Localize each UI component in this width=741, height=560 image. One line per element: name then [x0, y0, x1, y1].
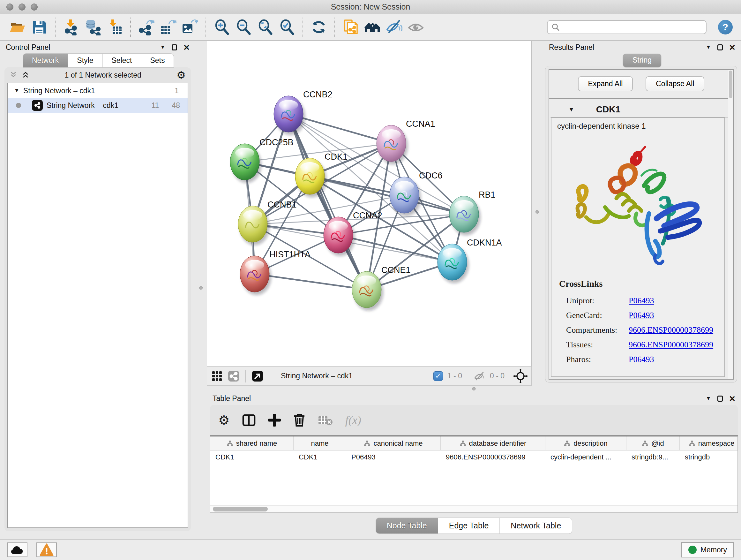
zoom-in-button[interactable] — [212, 17, 231, 37]
delete-table-icon[interactable] — [318, 415, 333, 426]
expand-all-button[interactable]: Expand All — [578, 76, 633, 91]
zoom-fit-button[interactable] — [256, 17, 274, 37]
scrollbar-thumb[interactable] — [213, 507, 268, 511]
table-cell[interactable]: CDK1 — [210, 450, 293, 464]
selected-checkbox-icon[interactable]: ✓ — [433, 371, 443, 381]
table-cell[interactable]: cyclin-dependent ... — [545, 450, 626, 464]
gene-section-header[interactable]: ▼ CDK1 — [550, 102, 732, 118]
panel-close-icon[interactable]: × — [184, 42, 190, 52]
expand-all-icon[interactable] — [22, 71, 29, 79]
export-network-button[interactable] — [137, 17, 156, 37]
column-header-description[interactable]: description — [545, 436, 626, 450]
column-header-namespace[interactable]: namespace — [680, 436, 738, 450]
zoom-selected-button[interactable] — [278, 17, 296, 37]
splitter-handle[interactable] — [199, 286, 203, 290]
section-collapse-icon[interactable]: ▼ — [568, 106, 575, 113]
results-scrollbar[interactable] — [728, 70, 733, 379]
clone-network-button[interactable] — [341, 17, 360, 37]
table-cell[interactable]: CDK1 — [293, 450, 346, 464]
column-header-canonical-name[interactable]: canonical name — [346, 436, 441, 450]
crosslink-link[interactable]: P06493 — [629, 308, 654, 323]
panel-float-icon[interactable] — [718, 395, 723, 401]
collapse-all-icon[interactable] — [10, 71, 17, 79]
network-options-gear-icon[interactable]: ⚙ — [177, 70, 186, 80]
refresh-layout-button[interactable] — [310, 17, 328, 37]
right-splitter[interactable] — [532, 41, 543, 386]
search-input[interactable] — [562, 23, 702, 31]
splitter-handle[interactable] — [472, 387, 476, 390]
show-hidden-button[interactable] — [407, 17, 425, 37]
network-node-cdc6[interactable]: CDC6 — [390, 171, 443, 216]
panel-menu-icon[interactable]: ▼ — [160, 44, 165, 51]
tab-network[interactable]: Network — [23, 54, 68, 67]
network-node-rb1[interactable]: RB1 — [449, 190, 495, 235]
panel-close-icon[interactable]: × — [729, 393, 735, 403]
table-options-gear-icon[interactable]: ⚙ — [218, 414, 230, 427]
tab-style[interactable]: Style — [68, 54, 103, 67]
zoom-out-button[interactable] — [234, 17, 253, 37]
panel-menu-icon[interactable]: ▼ — [705, 44, 711, 51]
network-collection-row[interactable]: ▼ String Network – cdk1 1 — [8, 83, 188, 98]
import-network-button[interactable] — [62, 17, 80, 37]
open-session-button[interactable] — [8, 17, 27, 37]
string-home-button[interactable] — [363, 17, 382, 37]
function-builder-icon[interactable]: f(x) — [345, 414, 361, 427]
panel-menu-icon[interactable]: ▼ — [705, 395, 711, 401]
show-columns-icon[interactable] — [242, 414, 256, 427]
tab-edge-table[interactable]: Edge Table — [438, 518, 500, 534]
export-image-button[interactable] — [181, 17, 199, 37]
table-cell[interactable]: 9606.ENSP00000378699 — [441, 450, 545, 464]
column-header-name[interactable]: name — [293, 436, 346, 450]
horizontal-splitter[interactable] — [207, 386, 741, 392]
table-row[interactable]: CDK1CDK1P064939606.ENSP00000378699cyclin… — [210, 450, 738, 464]
tab-network-table[interactable]: Network Table — [500, 518, 572, 534]
network-node-ccne1[interactable]: CCNE1 — [352, 265, 411, 311]
memory-button[interactable]: Memory — [681, 542, 734, 557]
window-close-button[interactable] — [6, 3, 13, 10]
scrollbar-thumb[interactable] — [729, 71, 732, 98]
cloud-status-button[interactable] — [7, 543, 27, 557]
table-horizontal-scrollbar[interactable] — [210, 505, 738, 512]
network-node-cdc25b[interactable]: CDC25B — [230, 138, 293, 183]
warnings-button[interactable] — [37, 543, 57, 557]
crosslink-link[interactable]: 9606.ENSP00000378699 — [629, 323, 713, 337]
network-canvas[interactable]: CCNB2CCNA1CDC25BCDK1CDC6RB1CCNB1CCNA2CDK… — [207, 41, 532, 367]
collapse-all-button[interactable]: Collapse All — [646, 76, 704, 91]
tree-expand-icon[interactable]: ▼ — [14, 87, 19, 94]
network-row[interactable]: String Network – cdk1 11 48 — [8, 98, 188, 113]
grid-view-icon[interactable] — [211, 370, 223, 382]
import-table-button[interactable] — [105, 17, 124, 37]
column-header-id[interactable]: @id — [626, 436, 680, 450]
network-edge[interactable] — [288, 114, 367, 290]
column-header-database-identifier[interactable]: database identifier — [441, 436, 545, 450]
crosslink-link[interactable]: P06493 — [629, 352, 654, 367]
export-table-button[interactable] — [159, 17, 178, 37]
crosslink-link[interactable]: 9606.ENSP00000378699 — [629, 337, 713, 352]
delete-column-icon[interactable] — [293, 413, 306, 427]
left-splitter[interactable] — [195, 41, 207, 539]
window-minimize-button[interactable] — [18, 3, 25, 10]
add-column-icon[interactable] — [268, 414, 281, 427]
help-button[interactable]: ? — [718, 20, 733, 35]
splitter-handle[interactable] — [536, 210, 539, 213]
network-node-ccnb2[interactable]: CCNB2 — [274, 90, 333, 135]
crosslink-link[interactable]: P06493 — [629, 294, 654, 308]
table-cell[interactable]: P06493 — [346, 450, 441, 464]
table-cell[interactable]: stringdb — [680, 450, 738, 464]
table-cell[interactable]: stringdb:9... — [626, 450, 680, 464]
import-database-button[interactable] — [84, 17, 102, 37]
tab-node-table[interactable]: Node Table — [376, 518, 438, 534]
panel-float-icon[interactable] — [172, 44, 177, 51]
network-edge[interactable] — [255, 274, 367, 290]
window-zoom-button[interactable] — [30, 3, 38, 10]
network-node-cdkn1a[interactable]: CDKN1A — [437, 238, 502, 283]
network-share-icon[interactable] — [227, 370, 240, 382]
hide-unhide-button[interactable] — [385, 17, 403, 37]
save-session-button[interactable] — [30, 17, 49, 37]
network-node-hist1h1a[interactable]: HIST1H1A — [240, 250, 311, 295]
column-header-shared-name[interactable]: shared name — [210, 436, 293, 450]
tab-select[interactable]: Select — [103, 54, 141, 67]
panel-float-icon[interactable] — [718, 44, 723, 51]
tab-sets[interactable]: Sets — [141, 54, 174, 67]
tab-string[interactable]: String — [623, 54, 661, 67]
